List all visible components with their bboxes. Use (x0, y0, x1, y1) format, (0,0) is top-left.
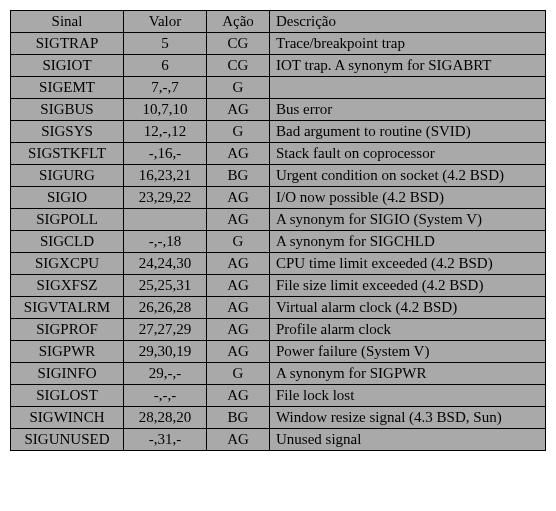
cell-sinal: SIGUNUSED (11, 429, 124, 451)
cell-valor: -,31,- (124, 429, 207, 451)
cell-acao: AG (207, 319, 270, 341)
table-row: SIGEMT7,-,7G (11, 77, 546, 99)
cell-acao: AG (207, 253, 270, 275)
cell-sinal: SIGVTALRM (11, 297, 124, 319)
header-sinal: Sinal (11, 11, 124, 33)
cell-valor (124, 209, 207, 231)
cell-sinal: SIGWINCH (11, 407, 124, 429)
cell-acao: AG (207, 143, 270, 165)
table-row: SIGPROF27,27,29AGProfile alarm clock (11, 319, 546, 341)
cell-descricao: Virtual alarm clock (4.2 BSD) (270, 297, 546, 319)
cell-valor: 7,-,7 (124, 77, 207, 99)
cell-descricao: File size limit exceeded (4.2 BSD) (270, 275, 546, 297)
cell-acao: BG (207, 407, 270, 429)
cell-acao: AG (207, 99, 270, 121)
cell-valor: -,-,18 (124, 231, 207, 253)
cell-acao: G (207, 121, 270, 143)
cell-sinal: SIGPOLL (11, 209, 124, 231)
cell-descricao: A synonym for SIGIO (System V) (270, 209, 546, 231)
cell-acao: G (207, 363, 270, 385)
cell-sinal: SIGEMT (11, 77, 124, 99)
signals-table: Sinal Valor Ação Descrição SIGTRAP5CGTra… (10, 10, 546, 451)
table-row: SIGUNUSED-,31,-AGUnused signal (11, 429, 546, 451)
cell-descricao: Window resize signal (4.3 BSD, Sun) (270, 407, 546, 429)
cell-valor: 5 (124, 33, 207, 55)
cell-descricao: IOT trap. A synonym for SIGABRT (270, 55, 546, 77)
cell-valor: 12,-,12 (124, 121, 207, 143)
cell-descricao: Bus error (270, 99, 546, 121)
cell-sinal: SIGPWR (11, 341, 124, 363)
cell-valor: 24,24,30 (124, 253, 207, 275)
cell-sinal: SIGXFSZ (11, 275, 124, 297)
cell-sinal: SIGSTKFLT (11, 143, 124, 165)
cell-sinal: SIGIO (11, 187, 124, 209)
cell-sinal: SIGINFO (11, 363, 124, 385)
cell-descricao: Profile alarm clock (270, 319, 546, 341)
table-row: SIGINFO29,-,-GA synonym for SIGPWR (11, 363, 546, 385)
table-row: SIGURG16,23,21BGUrgent condition on sock… (11, 165, 546, 187)
cell-valor: 28,28,20 (124, 407, 207, 429)
cell-valor: -,16,- (124, 143, 207, 165)
table-row: SIGLOST-,-,-AGFile lock lost (11, 385, 546, 407)
table-row: SIGPOLLAGA synonym for SIGIO (System V) (11, 209, 546, 231)
table-row: SIGVTALRM26,26,28AGVirtual alarm clock (… (11, 297, 546, 319)
header-valor: Valor (124, 11, 207, 33)
cell-valor: 25,25,31 (124, 275, 207, 297)
header-row: Sinal Valor Ação Descrição (11, 11, 546, 33)
cell-descricao: Stack fault on coprocessor (270, 143, 546, 165)
cell-descricao: File lock lost (270, 385, 546, 407)
table-row: SIGXCPU24,24,30AGCPU time limit exceeded… (11, 253, 546, 275)
table-row: SIGIOT6CGIOT trap. A synonym for SIGABRT (11, 55, 546, 77)
cell-descricao (270, 77, 546, 99)
table-row: SIGBUS10,7,10AGBus error (11, 99, 546, 121)
cell-valor: 16,23,21 (124, 165, 207, 187)
cell-valor: 29,30,19 (124, 341, 207, 363)
cell-valor: 23,29,22 (124, 187, 207, 209)
cell-sinal: SIGBUS (11, 99, 124, 121)
header-acao: Ação (207, 11, 270, 33)
cell-acao: AG (207, 275, 270, 297)
table-row: SIGSTKFLT-,16,-AGStack fault on coproces… (11, 143, 546, 165)
table-row: SIGSYS12,-,12GBad argument to routine (S… (11, 121, 546, 143)
table-row: SIGXFSZ25,25,31AGFile size limit exceede… (11, 275, 546, 297)
header-descricao: Descrição (270, 11, 546, 33)
cell-descricao: A synonym for SIGPWR (270, 363, 546, 385)
cell-sinal: SIGTRAP (11, 33, 124, 55)
cell-valor: 29,-,- (124, 363, 207, 385)
cell-descricao: Urgent condition on socket (4.2 BSD) (270, 165, 546, 187)
cell-descricao: I/O now possible (4.2 BSD) (270, 187, 546, 209)
cell-acao: CG (207, 55, 270, 77)
cell-acao: G (207, 77, 270, 99)
cell-sinal: SIGPROF (11, 319, 124, 341)
cell-valor: 26,26,28 (124, 297, 207, 319)
cell-sinal: SIGLOST (11, 385, 124, 407)
cell-sinal: SIGURG (11, 165, 124, 187)
table-row: SIGTRAP5CGTrace/breakpoint trap (11, 33, 546, 55)
cell-acao: AG (207, 187, 270, 209)
cell-valor: 10,7,10 (124, 99, 207, 121)
cell-sinal: SIGSYS (11, 121, 124, 143)
cell-valor: -,-,- (124, 385, 207, 407)
cell-acao: BG (207, 165, 270, 187)
cell-acao: CG (207, 33, 270, 55)
cell-acao: AG (207, 209, 270, 231)
cell-acao: AG (207, 429, 270, 451)
cell-valor: 6 (124, 55, 207, 77)
cell-acao: AG (207, 297, 270, 319)
cell-acao: AG (207, 341, 270, 363)
table-row: SIGCLD-,-,18GA synonym for SIGCHLD (11, 231, 546, 253)
cell-descricao: Bad argument to routine (SVID) (270, 121, 546, 143)
cell-descricao: Trace/breakpoint trap (270, 33, 546, 55)
table-row: SIGWINCH28,28,20BGWindow resize signal (… (11, 407, 546, 429)
cell-descricao: A synonym for SIGCHLD (270, 231, 546, 253)
table-row: SIGPWR29,30,19AGPower failure (System V) (11, 341, 546, 363)
cell-sinal: SIGCLD (11, 231, 124, 253)
cell-descricao: CPU time limit exceeded (4.2 BSD) (270, 253, 546, 275)
cell-valor: 27,27,29 (124, 319, 207, 341)
cell-sinal: SIGXCPU (11, 253, 124, 275)
cell-descricao: Power failure (System V) (270, 341, 546, 363)
cell-acao: G (207, 231, 270, 253)
cell-sinal: SIGIOT (11, 55, 124, 77)
cell-acao: AG (207, 385, 270, 407)
cell-descricao: Unused signal (270, 429, 546, 451)
